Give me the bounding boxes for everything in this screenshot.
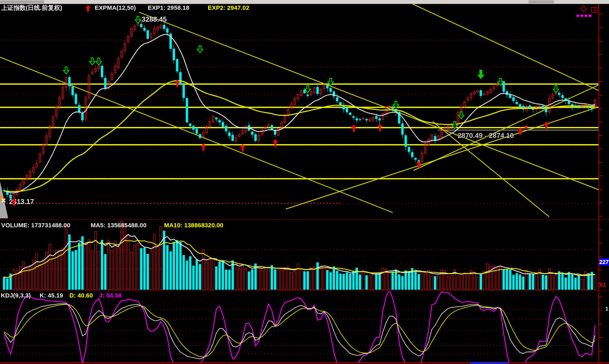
indicator-name: EXPMA(12,50) xyxy=(95,4,136,11)
buy-signal-arrow-icon xyxy=(544,122,549,131)
peak-price-label: 3288.45 xyxy=(142,16,167,23)
scrollbar-segment[interactable] xyxy=(0,0,44,3)
chart-canvas[interactable] xyxy=(0,0,609,364)
volume-ma10-label: MA10: 138868320.00 xyxy=(164,222,223,228)
magenta-dash-mark xyxy=(589,15,591,17)
sell-signal-arrow-icon xyxy=(553,85,559,95)
sell-signal-arrow-icon xyxy=(458,111,465,121)
buy-signal-arrow-icon xyxy=(416,161,422,170)
sell-signal-arrow-icon xyxy=(497,78,504,87)
anchor-cross-mark: ✕ xyxy=(1,197,6,204)
buy-signal-arrow-icon xyxy=(240,144,245,153)
buy-signal-arrow-icon xyxy=(11,198,17,207)
kdj-j-value: J: 54.38 xyxy=(99,292,122,298)
buy-signal-arrow-icon xyxy=(518,127,523,136)
sell-signal-arrow-icon xyxy=(135,16,141,25)
sell-signal-arrow-icon xyxy=(89,58,96,67)
sell-signal-arrow-icon xyxy=(197,45,203,55)
stock-chart-app: 上证指数(日线.前复权) EXPMA(12,50) EXP1: 2958.18 … xyxy=(0,0,609,364)
scrollbar-segment[interactable] xyxy=(529,0,554,3)
buy-signal-arrow-icon xyxy=(273,139,278,148)
buy-signal-arrow-icon xyxy=(175,80,180,89)
sell-signal-arrow-icon xyxy=(63,67,69,76)
volume-value-label: VOLUME: 173731488.00 xyxy=(1,222,70,228)
magenta-dash-mark xyxy=(580,15,583,17)
buy-signal-arrow-icon xyxy=(201,143,206,152)
kdj-k-value: K: 45.19 xyxy=(40,292,63,298)
exp1-value: EXP1: 2958.18 xyxy=(148,4,189,11)
magenta-dash-mark xyxy=(585,15,587,17)
exp2-value: EXP2: 2947.02 xyxy=(208,4,249,11)
trendline-node-marker[interactable] xyxy=(525,126,527,129)
symbol-title: 上证指数(日线.前复权) xyxy=(1,4,62,11)
buy-signal-arrow-icon xyxy=(351,124,356,133)
sell-signal-arrow-icon xyxy=(451,121,458,131)
kdj-title: KDJ(9,3,3) xyxy=(1,292,31,298)
diamond-tool-icon[interactable]: ◇ xyxy=(580,3,587,13)
sell-signal-arrow-icon xyxy=(96,58,102,67)
magenta-dash-mark xyxy=(576,15,579,17)
sell-signal-arrow-icon xyxy=(327,78,334,87)
axis-multiplier-label: X1 xyxy=(599,282,606,288)
up-arrow-icon xyxy=(85,5,91,13)
volume-ma5-label: MA5: 135685488.00 xyxy=(91,222,147,228)
kdj-d-value: D: 40.60 xyxy=(69,292,93,298)
kdj-axis-digit: 1 xyxy=(605,306,608,311)
sell-signal-arrow-icon xyxy=(304,85,311,95)
volume-value-badge: 227 xyxy=(599,258,609,266)
buy-signal-arrow-icon xyxy=(377,124,382,133)
sell-signal-arrow-icon xyxy=(393,101,399,110)
gap-range-label: 2870.49 - 2874.10 xyxy=(458,132,514,139)
top-scrollbar[interactable] xyxy=(0,0,609,4)
bottom-scroll-thumb[interactable] xyxy=(470,362,508,364)
split-window-icon[interactable] xyxy=(591,7,598,13)
sell-signal-solid-arrow-icon xyxy=(477,70,485,81)
